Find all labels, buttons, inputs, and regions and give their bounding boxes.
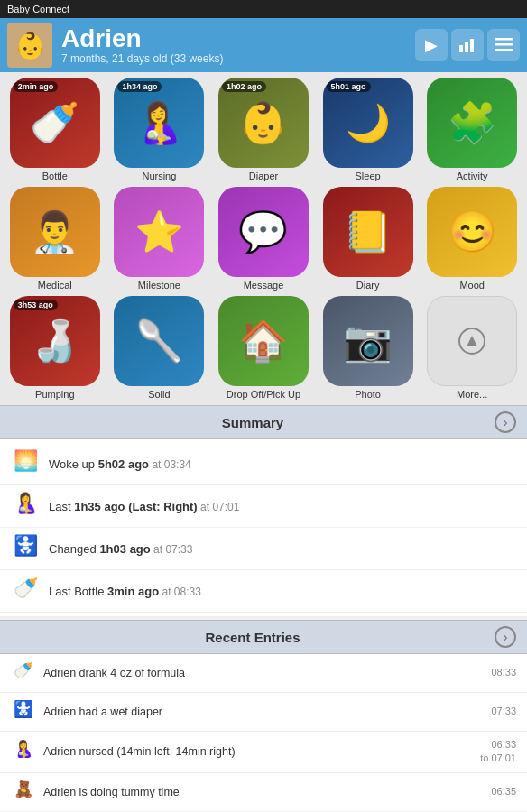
grid-item-activity[interactable]: 🧩Activity: [422, 78, 522, 181]
recent-entry-icon: 🍼: [11, 660, 36, 686]
badge-nursing: 1h34 ago: [117, 81, 162, 92]
summary-entry-icon: 🌅: [11, 449, 40, 478]
recent-title: Recent Entries: [11, 630, 495, 645]
summary-arrow[interactable]: ›: [495, 411, 516, 433]
summary-entry-icon: 🍼: [11, 577, 40, 605]
icon-nursing: 1h34 ago🤱: [114, 78, 204, 168]
icon-emoji-medical: 👨‍⚕️: [30, 208, 79, 255]
icon-bottle: 2min ago🍼: [10, 78, 100, 168]
svg-rect-1: [465, 42, 468, 52]
play-button[interactable]: ▶: [415, 29, 448, 61]
icon-emoji-diary: 📒: [343, 208, 393, 255]
badge-pumping: 3h53 ago: [14, 300, 58, 310]
recent-arrow[interactable]: ›: [495, 626, 516, 648]
icon-emoji-more: [458, 327, 486, 355]
label-bottle: Bottle: [42, 171, 68, 181]
svg-rect-4: [495, 43, 513, 46]
summary-title: Summary: [11, 415, 495, 430]
grid-item-more[interactable]: More...: [422, 296, 522, 400]
label-milestone: Milestone: [138, 280, 180, 291]
recent-entry-time: 06:35: [491, 785, 516, 798]
summary-header: Summary ›: [0, 405, 527, 439]
grid-item-milestone[interactable]: ⭐Milestone: [110, 187, 209, 291]
recent-entry: 🍼Adrien drank 4 oz of formula08:33: [0, 654, 527, 693]
icon-diary: 📒: [323, 187, 413, 277]
summary-entry-text: Last Bottle 3min ago at 08:33: [49, 585, 201, 598]
recent-entry-time: 08:33: [491, 666, 516, 679]
icon-medical: 👨‍⚕️: [10, 187, 100, 277]
recent-section: Recent Entries › 🍼Adrien drank 4 oz of f…: [0, 620, 527, 812]
svg-marker-7: [467, 336, 477, 346]
grid-item-diary[interactable]: 📒Diary: [319, 187, 418, 291]
icon-emoji-solid: 🥄: [134, 318, 184, 364]
child-name: Adrien: [61, 25, 415, 53]
label-photo: Photo: [355, 389, 381, 400]
summary-entry-icon: 🤱: [11, 492, 40, 521]
label-diary: Diary: [356, 280, 380, 291]
summary-section: Summary › 🌅Woke up 5h02 ago at 03:34🤱Las…: [0, 405, 527, 616]
icon-emoji-nursing: 🤱: [134, 99, 184, 146]
icon-message: 💬: [218, 187, 309, 277]
icon-mood: 😊: [427, 187, 517, 277]
recent-list: 🍼Adrien drank 4 oz of formula08:33🚼Adrie…: [0, 654, 527, 812]
grid-item-pumping[interactable]: 3h53 ago🍶Pumping: [5, 296, 105, 400]
menu-button[interactable]: [487, 29, 520, 61]
icon-emoji-milestone: ⭐: [134, 208, 184, 255]
recent-entry: 🚼Adrien had a wet diaper07:33: [0, 693, 527, 732]
label-solid: Solid: [148, 389, 170, 400]
grid-item-message[interactable]: 💬Message: [214, 187, 313, 291]
recent-entry-icon: 🧸: [11, 780, 36, 805]
icon-milestone: ⭐: [114, 187, 204, 277]
icon-solid: 🥄: [114, 296, 204, 386]
grid-item-sleep[interactable]: 5h01 ago🌙Sleep: [319, 78, 418, 181]
summary-entry-icon: 🚼: [11, 534, 40, 563]
label-nursing: Nursing: [142, 171, 176, 181]
badge-diaper: 1h02 ago: [222, 81, 266, 92]
header-info: Adrien 7 months, 21 days old (33 weeks): [52, 25, 415, 66]
grid-item-dropoff[interactable]: 🏠Drop Off/Pick Up: [214, 296, 313, 400]
label-message: Message: [244, 280, 284, 291]
icon-more: [427, 296, 517, 386]
summary-entry-text: Changed 1h03 ago at 07:33: [49, 542, 192, 556]
icon-emoji-diaper: 👶: [238, 99, 288, 146]
label-diaper: Diaper: [249, 171, 278, 181]
grid-item-bottle[interactable]: 2min ago🍼Bottle: [5, 78, 105, 181]
chart-button[interactable]: [451, 29, 484, 61]
grid-item-mood[interactable]: 😊Mood: [422, 187, 522, 291]
label-mood: Mood: [459, 280, 485, 291]
icon-diaper: 1h02 ago👶: [218, 78, 309, 168]
icon-emoji-activity: 🧩: [448, 99, 497, 146]
grid-item-photo[interactable]: 📷Photo: [319, 296, 418, 400]
recent-entry: 🤱Adrien nursed (14min left, 14min right)…: [0, 732, 527, 773]
header-actions: ▶: [415, 29, 520, 61]
recent-entry-text: Adrien nursed (14min left, 14min right): [43, 745, 473, 758]
grid-item-diaper[interactable]: 1h02 ago👶Diaper: [214, 78, 313, 181]
badge-sleep: 5h01 ago: [327, 81, 371, 92]
icon-emoji-dropoff: 🏠: [238, 318, 288, 364]
icon-emoji-mood: 😊: [448, 208, 497, 255]
grid-item-medical[interactable]: 👨‍⚕️Medical: [5, 187, 105, 291]
recent-entry-time: 06:33 to 07:01: [480, 738, 516, 766]
icon-photo: 📷: [323, 296, 413, 386]
label-medical: Medical: [38, 280, 72, 291]
summary-list: 🌅Woke up 5h02 ago at 03:34🤱Last 1h35 ago…: [0, 439, 527, 616]
avatar: 👶: [7, 23, 52, 68]
recent-entry-icon: 🤱: [11, 739, 36, 764]
label-dropoff: Drop Off/Pick Up: [227, 389, 300, 400]
status-bar: Baby Connect: [0, 0, 527, 18]
summary-entry: 🍼Last Bottle 3min ago at 08:33: [0, 570, 527, 613]
label-sleep: Sleep: [356, 171, 381, 181]
grid-item-nursing[interactable]: 1h34 ago🤱Nursing: [110, 78, 209, 181]
svg-rect-5: [495, 49, 513, 51]
icon-emoji-pumping: 🍶: [30, 318, 79, 364]
summary-entry: 🌅Woke up 5h02 ago at 03:34: [0, 443, 527, 485]
summary-entry: 🚼Changed 1h03 ago at 07:33: [0, 528, 527, 570]
icon-pumping: 3h53 ago🍶: [10, 296, 100, 386]
recent-entry-icon: 🚼: [11, 699, 36, 724]
child-age: 7 months, 21 days old (33 weeks): [61, 52, 415, 65]
icon-dropoff: 🏠: [218, 296, 309, 386]
app-title: Baby Connect: [7, 4, 69, 14]
grid-item-solid[interactable]: 🥄Solid: [110, 296, 209, 400]
icon-activity: 🧩: [427, 78, 517, 168]
label-activity: Activity: [457, 171, 488, 181]
